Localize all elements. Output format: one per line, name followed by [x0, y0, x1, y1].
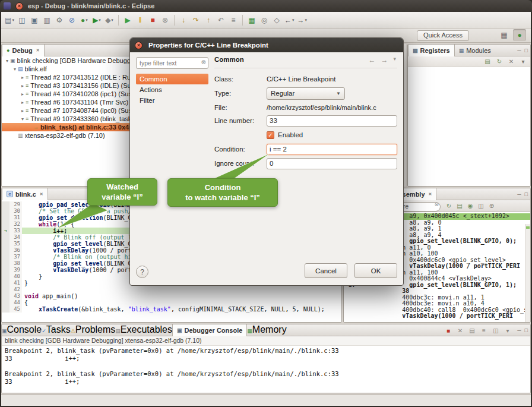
debug-icon[interactable]: ●▾ — [78, 14, 90, 27]
dialog-nav-filter[interactable]: Filter — [136, 95, 208, 106]
tab-registers[interactable]: ▤ Registers — [408, 45, 455, 56]
cancel-button[interactable]: Cancel — [305, 263, 347, 278]
save-all-icon[interactable]: ▣ — [28, 14, 40, 27]
pin-icon[interactable]: ⊕ — [487, 201, 496, 211]
terminate-icon[interactable]: ■ — [147, 14, 159, 27]
expander-icon[interactable]: ▾ — [20, 116, 26, 122]
expander-icon[interactable]: ▸ — [20, 108, 26, 113]
back-icon[interactable]: ← — [368, 56, 375, 64]
step-return-icon[interactable]: ↑ — [202, 14, 214, 27]
console-tab-tasks[interactable]: ✓Tasks — [42, 324, 70, 336]
refresh-icon[interactable]: ↻ — [495, 57, 504, 67]
code-text[interactable]: { — [22, 299, 341, 306]
step-into-icon[interactable]: ↓ — [178, 14, 189, 27]
clear-console-icon[interactable]: ▤ — [467, 326, 477, 335]
dialog-close-icon[interactable]: × — [135, 42, 142, 49]
terminate-icon[interactable]: ■ — [444, 326, 453, 335]
memory-monitor-icon[interactable]: ▦ — [246, 14, 258, 27]
expander-icon[interactable]: ▸ — [20, 92, 26, 97]
print-icon[interactable]: ▥ — [41, 14, 53, 27]
pin-console-icon[interactable]: ◫ — [491, 326, 501, 335]
step-over-icon[interactable]: ↷ — [190, 14, 202, 27]
quick-access-button[interactable]: Quick Access — [417, 30, 469, 41]
show-source-icon[interactable]: ▤ — [455, 201, 464, 211]
external-tools-icon[interactable]: ◆▾ — [103, 14, 115, 27]
code-text[interactable]: xTaskCreate(&blink_task, "blink_task", c… — [22, 306, 341, 313]
remove-launch-icon[interactable]: ✕ — [455, 326, 465, 335]
ignore-count-input[interactable] — [267, 158, 397, 169]
debug-tree-item[interactable]: ▸≡Thread #3 1073413156 (IDLE) (Suspended… — [2, 81, 138, 90]
dialog-nav-common[interactable]: Common — [136, 74, 208, 84]
tab-modules[interactable]: ▦ Modules — [455, 45, 495, 56]
search-icon[interactable]: ◎ — [258, 14, 270, 27]
minimize-icon[interactable]: ─ — [517, 48, 521, 53]
debug-tree-item[interactable]: ▸≡Thread #6 1073431104 (Tmr Svc) (Suspen… — [2, 98, 138, 106]
debug-tree-item[interactable]: ▸≡Thread #2 1073413512 (IDLE : Running) — [2, 73, 138, 81]
expander-icon[interactable]: ▸ — [20, 75, 26, 80]
new-wizard-icon[interactable]: ▤▾ — [4, 14, 15, 27]
condition-input[interactable] — [267, 144, 397, 155]
skip-breakpoints-icon[interactable]: ⊘ — [66, 14, 78, 27]
forward-icon[interactable]: →▾ — [296, 14, 309, 27]
help-button[interactable]: ? — [136, 266, 148, 278]
debug-tree-item[interactable]: →blink_task() at blink.c:33 0x400dbc14 — [2, 123, 138, 131]
debug-tree-item[interactable]: ▾▣blink checking [GDB Hardware Debugging… — [2, 56, 138, 65]
console-tab-executables[interactable]: ▤Executables — [115, 324, 172, 336]
console-tab-debugger-console[interactable]: ▣Debugger Console — [172, 324, 247, 336]
ok-button[interactable]: OK — [354, 263, 397, 278]
disconnect-icon[interactable]: ⊗ — [159, 14, 171, 27]
debug-tree-item[interactable]: ▾≡Thread #9 1073433360 (blink_task) (Sus… — [2, 115, 138, 123]
debug-tree-item[interactable]: ▾▤blink.elf — [2, 65, 138, 73]
run-icon[interactable]: ▶▾ — [91, 14, 103, 27]
minimize-icon[interactable]: ─ — [517, 327, 521, 333]
drop-to-frame-icon[interactable]: ↶ — [215, 14, 227, 27]
maximize-icon[interactable]: □ — [525, 48, 528, 53]
line-number-input[interactable] — [267, 115, 397, 127]
annotations-icon[interactable]: ◇ — [271, 14, 283, 27]
view-menu-icon[interactable]: ▾ — [518, 57, 528, 67]
code-text[interactable]: void app_main() — [22, 293, 341, 299]
expander-icon[interactable]: ▾ — [12, 67, 18, 72]
expander-icon[interactable]: ▸ — [20, 100, 26, 105]
debug-perspective-icon[interactable]: ● — [513, 29, 526, 41]
clear-icon[interactable]: ⊗ — [201, 59, 206, 65]
layout-icon[interactable]: ▤ — [483, 57, 492, 67]
build-icon[interactable]: ⚙ — [53, 14, 65, 27]
forward-icon[interactable]: → — [381, 56, 388, 64]
close-icon[interactable]: ✕ — [36, 48, 40, 53]
expander-icon[interactable]: ▸ — [20, 83, 26, 89]
dialog-nav-actions[interactable]: Actions — [136, 84, 208, 95]
tab-blink-c[interactable]: c blink.c ✕ — [2, 188, 48, 200]
tab-debug[interactable]: ● Debug ✕ — [2, 45, 45, 56]
filter-input[interactable] — [136, 57, 208, 69]
console-output[interactable]: Breakpoint 2, blink_task (pvParameter=0x… — [2, 346, 530, 387]
debug-tree-item[interactable]: ▸≡Thread #7 1073408744 (ipc0) (Suspended… — [2, 106, 138, 115]
type-select[interactable]: Regular ▼ — [267, 87, 345, 100]
expander-icon[interactable]: ▾ — [4, 58, 10, 64]
remove-icon[interactable]: ✕ — [506, 57, 516, 67]
suspend-icon[interactable]: ‖ — [134, 14, 146, 27]
debug-tree-item[interactable]: ▸≡Thread #4 1073410208 (ipc1) (Suspended… — [2, 90, 138, 98]
view-menu-icon[interactable]: ▾ — [503, 326, 512, 335]
maximize-icon[interactable]: □ — [525, 327, 528, 333]
chevron-down-icon[interactable]: ▾ — [393, 56, 396, 64]
resume-icon[interactable]: ▶ — [122, 14, 134, 27]
scrollbar[interactable] — [525, 224, 530, 322]
refresh-icon[interactable]: ↻ — [444, 201, 454, 211]
maximize-icon[interactable]: □ — [525, 191, 528, 197]
instruction-stepping-icon[interactable]: ≡ — [227, 14, 239, 27]
scroll-lock-icon[interactable]: ≡ — [479, 326, 489, 335]
window-close-icon[interactable]: × — [15, 2, 23, 10]
console-tab-problems[interactable]: ⚠Problems — [71, 324, 116, 336]
back-icon[interactable]: ←▾ — [283, 14, 296, 27]
sync-pc-icon[interactable]: ◉ — [466, 201, 475, 211]
track-expression-icon[interactable]: ◫ — [476, 201, 486, 211]
code-text[interactable] — [22, 286, 341, 293]
minimize-icon[interactable]: ─ — [517, 191, 521, 197]
close-icon[interactable]: ✕ — [429, 192, 432, 197]
debug-tree-item[interactable]: ▥xtensa-esp32-elf-gdb (7.10) — [2, 131, 138, 140]
open-perspective-icon[interactable]: ▦ — [498, 29, 511, 41]
close-icon[interactable]: ✕ — [40, 192, 43, 197]
console-tab-memory[interactable]: ▦Memory — [247, 324, 286, 336]
save-icon[interactable]: ◫ — [16, 14, 28, 27]
